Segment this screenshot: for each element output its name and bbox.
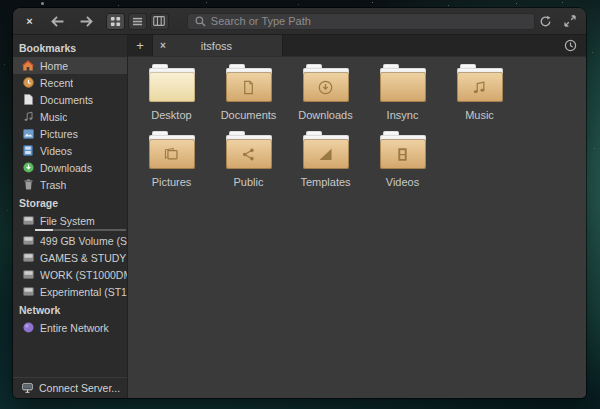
trash-icon [22, 179, 34, 191]
folder-front [149, 72, 195, 102]
folder-front [380, 139, 426, 169]
sidebar-item-entire-network[interactable]: Entire Network [13, 319, 127, 336]
folder-view: DesktopDocumentsDownloadsInsyncMusicPict… [128, 57, 586, 398]
sidebar-item-label: Recent [40, 77, 73, 89]
share-glyph-icon [240, 146, 257, 163]
list-view-button[interactable] [128, 13, 147, 30]
folder-icon [226, 131, 272, 169]
folder-grid: DesktopDocumentsDownloadsInsyncMusicPict… [133, 64, 521, 198]
folder-label: Insync [387, 109, 419, 121]
search-bar[interactable] [187, 13, 535, 30]
history-button[interactable] [555, 35, 586, 56]
home-icon [22, 60, 34, 72]
folder-music[interactable]: Music [441, 64, 518, 121]
sidebar-item-home[interactable]: Home [13, 57, 127, 74]
list-view-icon [132, 16, 143, 27]
folder-label: Pictures [152, 176, 192, 188]
folder-icon [457, 64, 503, 102]
sidebar-item-label: Downloads [40, 162, 92, 174]
columns-view-button[interactable] [150, 13, 169, 30]
refresh-icon [539, 15, 552, 28]
folder-templates[interactable]: Templates [287, 131, 364, 188]
sidebar-item-499-gb-volume-sa[interactable]: 499 GB Volume (Sa... [13, 232, 127, 249]
grid-view-icon [110, 16, 121, 27]
sidebar-item-documents[interactable]: Documents [13, 91, 127, 108]
folder-icon [380, 64, 426, 102]
folder-videos[interactable]: Videos [364, 131, 441, 188]
window-close-button[interactable]: × [22, 14, 37, 29]
drive-icon [22, 269, 34, 281]
desktop: × [0, 0, 600, 409]
folder-desktop[interactable]: Desktop [133, 64, 210, 121]
sidebar-item-label: WORK (ST1000DM0... [40, 269, 127, 281]
search-input[interactable] [211, 15, 527, 27]
tab-bar: + × itsfoss [128, 35, 586, 57]
sidebar-item-downloads[interactable]: Downloads [13, 159, 127, 176]
sidebar-item-label: File System [40, 215, 95, 227]
pictures-icon [22, 128, 34, 140]
connect-server-label: Connect Server... [39, 382, 120, 394]
sidebar-item-label: Videos [40, 145, 72, 157]
new-tab-button[interactable]: + [128, 35, 152, 56]
folder-label: Music [465, 109, 494, 121]
music-glyph-icon [471, 79, 488, 96]
drive-icon [22, 215, 34, 227]
wallpaper-stars [0, 0, 1, 1]
folder-insync[interactable]: Insync [364, 64, 441, 121]
sidebar-item-file-system[interactable]: File System [13, 212, 127, 232]
sidebar-item-recent[interactable]: Recent [13, 74, 127, 91]
search-icon [195, 16, 206, 27]
folder-front [380, 72, 426, 102]
sidebar-item-music[interactable]: Music [13, 108, 127, 125]
folder-documents[interactable]: Documents [210, 64, 287, 121]
drive-icon [22, 235, 34, 247]
connect-server-button[interactable]: Connect Server... [13, 377, 127, 398]
sidebar-item-work-st1000dm0[interactable]: WORK (ST1000DM0... [13, 266, 127, 283]
file-manager-window: × [13, 8, 586, 398]
sidebar-item-label: Experimental (ST10... [40, 286, 127, 298]
folder-label: Downloads [298, 109, 352, 121]
folder-front [149, 139, 195, 169]
network-icon [22, 322, 34, 334]
template-glyph-icon [317, 146, 334, 163]
folder-front [226, 139, 272, 169]
sidebar-item-label: Home [40, 60, 68, 72]
folder-downloads[interactable]: Downloads [287, 64, 364, 121]
picture-glyph-icon [163, 146, 180, 163]
refresh-button[interactable] [535, 12, 555, 30]
sidebar-item-pictures[interactable]: Pictures [13, 125, 127, 142]
folder-pictures[interactable]: Pictures [133, 131, 210, 188]
disk-usage-bar [35, 229, 126, 231]
folder-icon [380, 131, 426, 169]
folder-icon [149, 64, 195, 102]
columns-view-icon [153, 16, 165, 26]
folder-icon [303, 64, 349, 102]
icon-view-button[interactable] [106, 13, 125, 30]
back-button[interactable] [48, 12, 68, 30]
view-toggle-group [106, 13, 169, 30]
forward-arrow-icon [79, 16, 94, 27]
video-glyph-icon [394, 146, 411, 163]
folder-public[interactable]: Public [210, 131, 287, 188]
tab-itsfoss[interactable]: × itsfoss [152, 35, 283, 56]
sidebar-item-label: Entire Network [40, 322, 109, 334]
sidebar-item-trash[interactable]: Trash [13, 176, 127, 193]
sidebar-item-games-study-s[interactable]: GAMES & STUDY (S... [13, 249, 127, 266]
toolbar-right-buttons [535, 12, 580, 30]
downloads-icon [22, 162, 34, 174]
sidebar-item-label: Music [40, 111, 67, 123]
expand-icon [564, 15, 576, 27]
folder-label: Public [234, 176, 264, 188]
sidebar-item-label: GAMES & STUDY (S... [40, 252, 127, 264]
sidebar-item-label: Trash [40, 179, 66, 191]
tab-title: itsfoss [166, 40, 275, 52]
videos-icon [22, 145, 34, 157]
sidebar-item-experimental-st10[interactable]: Experimental (ST10... [13, 283, 127, 300]
disk-usage-fill [35, 229, 53, 231]
sidebar-item-videos[interactable]: Videos [13, 142, 127, 159]
forward-button[interactable] [77, 12, 97, 30]
expand-button[interactable] [560, 12, 580, 30]
music-note-icon [22, 111, 34, 123]
folder-label: Videos [386, 176, 419, 188]
folder-icon [303, 131, 349, 169]
